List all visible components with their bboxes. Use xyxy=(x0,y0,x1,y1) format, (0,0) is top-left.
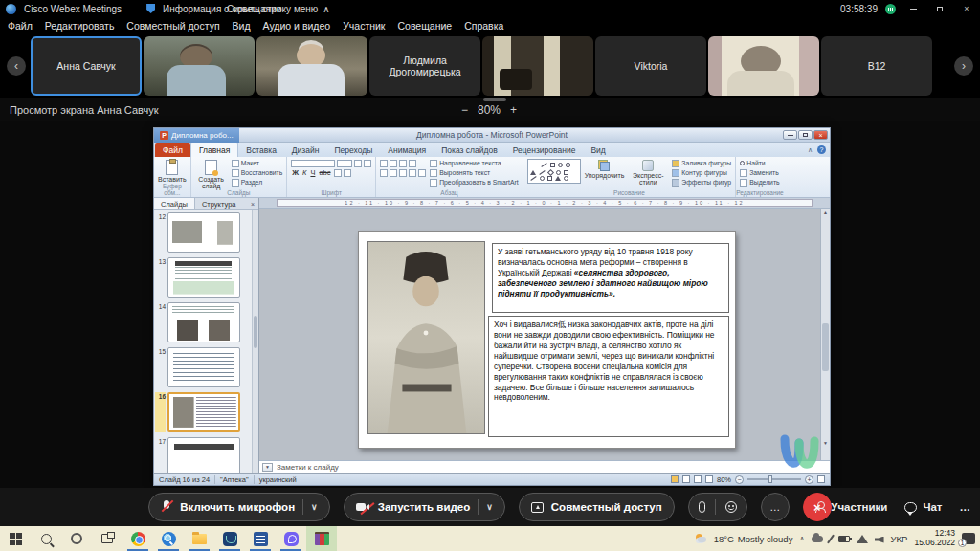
menu-help[interactable]: Справка xyxy=(464,20,503,32)
arrange-button[interactable]: Упорядочить xyxy=(585,159,625,179)
participants-button[interactable]: Участники xyxy=(815,501,887,513)
ppt-tab-transitions[interactable]: Переходы xyxy=(326,143,380,157)
zoom-out-button[interactable]: − xyxy=(735,475,744,484)
participant-tile-video-3[interactable] xyxy=(482,36,593,96)
help-button[interactable]: ? xyxy=(817,145,826,154)
shape-effects-button[interactable]: Эффекты фигур xyxy=(672,178,731,187)
chrome-taskbar-button[interactable] xyxy=(122,526,153,551)
winrar-taskbar-button[interactable] xyxy=(306,526,337,551)
wifi-icon[interactable] xyxy=(857,535,868,543)
slide-thumb-17[interactable]: 17 xyxy=(155,437,256,473)
viber-taskbar-button[interactable] xyxy=(276,526,306,551)
numbering-icon[interactable] xyxy=(390,160,397,167)
zoom-slider[interactable] xyxy=(747,478,801,480)
paste-button[interactable]: Вставить xyxy=(158,159,187,183)
reading-view-button[interactable] xyxy=(694,475,702,483)
participant-tile-video-2[interactable] xyxy=(256,36,368,96)
ppt-tab-design[interactable]: Дизайн xyxy=(284,143,327,157)
menu-share[interactable]: Совместный доступ xyxy=(126,20,219,32)
minimize-button[interactable] xyxy=(903,2,923,15)
align-center-icon[interactable] xyxy=(390,169,397,177)
underline-button[interactable]: Ч xyxy=(309,168,316,177)
section-button[interactable]: Раздел xyxy=(232,178,283,187)
select-button[interactable]: Выделить xyxy=(740,178,779,187)
status-language[interactable]: украинский xyxy=(259,475,297,484)
menu-audio-video[interactable]: Аудио и видео xyxy=(263,20,331,32)
scroll-down-icon[interactable]: ▼ xyxy=(822,440,829,447)
replace-button[interactable]: Заменить xyxy=(740,168,779,177)
text-shadow-icon[interactable] xyxy=(334,169,342,177)
quick-styles-button[interactable]: Экспресс-стили xyxy=(628,159,668,186)
reset-button[interactable]: Восстановить xyxy=(232,168,283,177)
mic-options-chevron-icon[interactable]: ∨ xyxy=(311,502,318,512)
slide-thumb-14[interactable]: 14 xyxy=(155,302,256,342)
slide-sorter-button[interactable] xyxy=(682,475,690,483)
menu-participant[interactable]: Участник xyxy=(343,20,385,32)
participant-tile-viktoria[interactable]: Viktoria xyxy=(595,36,706,96)
reactions-icon[interactable] xyxy=(725,501,737,513)
pen-icon[interactable] xyxy=(827,534,835,543)
font-size-select[interactable] xyxy=(337,160,352,167)
minimize-ribbon-button[interactable]: ∧ xyxy=(808,146,813,154)
scroll-right-button[interactable]: › xyxy=(954,56,973,76)
chat-button[interactable]: Чат xyxy=(904,501,942,513)
recorder-icon[interactable] xyxy=(699,501,705,513)
shape-outline-button[interactable]: Контур фигуры xyxy=(672,168,731,177)
shapes-gallery[interactable] xyxy=(527,159,581,184)
ppt-restore-button[interactable] xyxy=(798,130,813,140)
webex-taskbar-button[interactable] xyxy=(214,526,245,551)
bold-button[interactable]: Ж xyxy=(291,168,300,177)
slideshow-button[interactable] xyxy=(705,475,713,483)
strip-scrollbar[interactable] xyxy=(483,98,506,101)
smartart-button[interactable]: Преобразовать в SmartArt xyxy=(430,178,518,187)
ppt-tab-slideshow[interactable]: Показ слайдов xyxy=(434,143,505,157)
word-taskbar-button[interactable] xyxy=(245,526,276,551)
start-button[interactable] xyxy=(0,526,31,551)
zoom-in-button[interactable]: + xyxy=(510,103,517,117)
text-direction-button[interactable]: Направление текста xyxy=(430,159,518,167)
italic-button[interactable]: К xyxy=(301,168,307,177)
slide-textbox-1[interactable]: У заяві гетьманського уряду від 10 травн… xyxy=(492,243,729,313)
search-app-taskbar-button[interactable] xyxy=(153,526,184,551)
panel-close-button[interactable]: × xyxy=(247,198,258,209)
slide-thumb-13[interactable]: 13 xyxy=(155,257,256,298)
line-spacing-icon[interactable] xyxy=(409,160,416,167)
participant-tile-liudmyla[interactable]: Людмила Дрогомирецька xyxy=(369,36,480,96)
restore-button[interactable] xyxy=(930,2,949,15)
slide-thumb-16-selected[interactable]: 16 xyxy=(155,392,256,432)
slide-thumb-12[interactable]: 12 xyxy=(155,212,256,253)
file-explorer-taskbar-button[interactable] xyxy=(184,526,214,551)
scroll-left-button[interactable]: ‹ xyxy=(7,56,26,76)
columns-icon[interactable] xyxy=(418,169,426,177)
font-color-icon[interactable] xyxy=(344,169,351,177)
hide-menu-bar-button[interactable]: Скрыть строку меню ∧ xyxy=(227,4,330,14)
onedrive-icon[interactable] xyxy=(812,536,823,542)
find-button[interactable]: Найти xyxy=(740,159,779,167)
align-right-icon[interactable] xyxy=(399,169,407,177)
share-content-button[interactable]: Совместный доступ xyxy=(519,493,675,521)
video-options-chevron-icon[interactable]: ∨ xyxy=(486,502,493,512)
scroll-up-icon[interactable]: ▲ xyxy=(822,209,829,216)
menu-meeting[interactable]: Совещание xyxy=(397,20,452,32)
cortana-button[interactable] xyxy=(61,526,92,551)
participant-tile-video-4[interactable] xyxy=(708,36,819,96)
notes-collapse-button[interactable]: ▼ xyxy=(262,463,273,472)
justify-icon[interactable] xyxy=(409,169,416,177)
weather-widget[interactable]: 18°C Mostly cloudy xyxy=(714,534,793,544)
unmute-button[interactable]: Включить микрофон ∨ xyxy=(148,493,329,521)
grow-font-icon[interactable] xyxy=(354,160,362,167)
fit-to-window-button[interactable] xyxy=(817,475,825,483)
shape-fill-button[interactable]: Заливка фигуры xyxy=(672,159,731,167)
normal-view-button[interactable] xyxy=(671,475,679,483)
ppt-tab-animations[interactable]: Анимация xyxy=(380,143,434,157)
participant-tile-video-1[interactable] xyxy=(144,36,255,96)
current-slide[interactable]: У заяві гетьманського уряду від 10 травн… xyxy=(358,231,736,449)
new-slide-button[interactable]: Создать слайд xyxy=(195,159,228,189)
ppt-document-tab[interactable]: P Дипломна робо... xyxy=(154,128,239,143)
panel-scrollbar[interactable] xyxy=(252,210,258,473)
speaker-icon[interactable] xyxy=(875,537,884,543)
close-button[interactable]: × xyxy=(957,2,976,15)
ppt-minimize-button[interactable] xyxy=(783,130,797,140)
slide-thumb-15[interactable]: 15 xyxy=(155,347,256,387)
ppt-tab-file[interactable]: Файл xyxy=(155,143,190,157)
